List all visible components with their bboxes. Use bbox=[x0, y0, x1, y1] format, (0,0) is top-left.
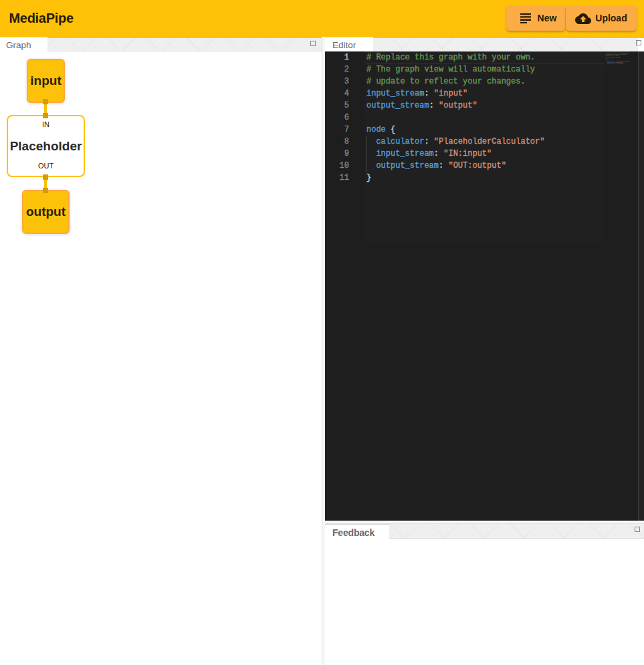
svg-text:node {: node { bbox=[605, 60, 609, 61]
svg-text:# Replace this graph with your: # Replace this graph with your own. bbox=[605, 51, 629, 52]
svg-text:# The graph view will automati: # The graph view will automatically bbox=[605, 53, 629, 54]
svg-text:calculator: "PlaceholderCalcul: calculator: "PlaceholderCalculator" bbox=[605, 61, 630, 62]
svg-text:input_stream: "IN:input": input_stream: "IN:input" bbox=[605, 62, 623, 64]
svg-text:output_stream: "output": output_stream: "output" bbox=[605, 57, 621, 59]
svg-text:output_stream: "OUT:output": output_stream: "OUT:output" bbox=[605, 63, 625, 65]
svg-text:# update to reflect your chang: # update to reflect your changes. bbox=[605, 54, 627, 55]
svg-text:input_stream: "input": input_stream: "input" bbox=[605, 55, 619, 57]
svg-text:}: } bbox=[605, 65, 606, 66]
